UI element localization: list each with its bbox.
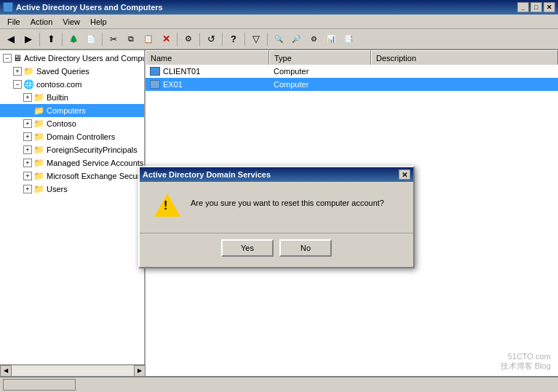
list-header: Name Type Description <box>146 50 558 65</box>
back-button[interactable]: ◀ <box>3 31 19 47</box>
fsp-icon: 📁 <box>33 145 44 155</box>
toolbar-sep-7 <box>244 33 245 46</box>
up-button[interactable]: ⬆ <box>43 31 59 47</box>
filter-button[interactable]: ▽ <box>248 31 264 47</box>
expand-contoso-ou[interactable]: + <box>23 119 32 128</box>
dialog-body: Are you sure you want to reset this comp… <box>140 182 413 233</box>
expand-users[interactable]: + <box>23 185 32 193</box>
forward-button[interactable]: ▶ <box>20 31 36 47</box>
cell-type-client01: Computer <box>269 67 371 76</box>
dialog-title: Active Directory Domain Services <box>143 170 271 179</box>
close-button[interactable]: ✕ <box>543 2 555 12</box>
dialog: Active Directory Domain Services ✕ Are y… <box>138 166 415 268</box>
tree-item-saved-queries[interactable]: + 📁 Saved Queries <box>0 65 144 78</box>
tree-item-contoso-ou[interactable]: + 📁 Contoso <box>0 117 144 130</box>
computers-icon: 📁 <box>33 105 44 116</box>
status-panel <box>3 379 76 391</box>
no-expand-computers <box>23 106 32 115</box>
tree-label-users: Users <box>47 185 68 193</box>
dialog-no-button[interactable]: No <box>279 239 332 257</box>
menu-file[interactable]: File <box>3 16 25 28</box>
expand-exchange[interactable]: + <box>23 172 32 180</box>
scroll-left-btn[interactable]: ◀ <box>0 365 12 377</box>
builtin-icon: 📁 <box>33 92 44 103</box>
expand-builtin[interactable]: + <box>23 93 32 102</box>
extra2-button[interactable]: 📑 <box>340 31 356 47</box>
tree-item-computers[interactable]: 📁 Computers <box>0 104 144 117</box>
app-icon <box>3 2 13 12</box>
menu-view[interactable]: View <box>58 16 84 28</box>
toolbar-sep-3 <box>102 33 103 46</box>
menu-bar: File Action View Help <box>0 15 558 29</box>
tree-label-fsp: ForeignSecurityPrincipals <box>47 145 137 154</box>
tree-label-computers: Computers <box>47 106 86 115</box>
refresh-button[interactable]: ↺ <box>203 31 219 47</box>
tree-scrollbar[interactable]: ◀ ▶ <box>0 364 146 376</box>
tree-item-builtin[interactable]: + 📁 Builtin <box>0 91 144 104</box>
tree-label-saved-queries: Saved Queries <box>36 67 89 76</box>
users-icon: 📁 <box>33 184 44 194</box>
col-description[interactable]: Description <box>371 50 558 65</box>
cell-type-ex01: Computer <box>269 80 371 89</box>
col-type[interactable]: Type <box>269 50 371 65</box>
tree-label-root: Active Directory Users and Comput <box>24 54 144 63</box>
exchange-icon: 📁 <box>33 171 44 181</box>
settings-button[interactable]: ⚙ <box>306 31 322 47</box>
new-button[interactable]: 📄 <box>83 31 99 47</box>
dc-icon: 📁 <box>33 132 44 142</box>
tree-item-root[interactable]: − 🖥 Active Directory Users and Comput <box>0 52 144 65</box>
tree-pane: − 🖥 Active Directory Users and Comput + … <box>0 50 146 376</box>
toolbar-sep-5 <box>199 33 200 46</box>
dialog-message: Are you sure you want to reset this comp… <box>191 193 384 209</box>
copy-button[interactable]: ⧉ <box>123 31 139 47</box>
title-bar: Active Directory Users and Computers _ □… <box>0 0 558 15</box>
dialog-close-button[interactable]: ✕ <box>399 169 410 180</box>
expand-msa[interactable]: + <box>23 159 32 167</box>
scroll-track <box>12 366 134 376</box>
properties-button[interactable]: ⚙ <box>180 31 196 47</box>
toolbar-sep-1 <box>39 33 40 46</box>
cut-button[interactable]: ✂ <box>105 31 121 47</box>
msa-icon: 📁 <box>33 158 44 168</box>
computer-icon-client01 <box>150 67 160 76</box>
col-name[interactable]: Name <box>146 50 269 65</box>
find2-button[interactable]: 🔎 <box>288 31 304 47</box>
list-row[interactable]: EX01 Computer <box>146 78 558 91</box>
tree-item-foreign-security[interactable]: + 📁 ForeignSecurityPrincipals <box>0 143 144 156</box>
delete-button[interactable]: ✕ <box>158 31 174 47</box>
expand-contoso[interactable]: − <box>13 80 22 89</box>
scroll-right-btn[interactable]: ▶ <box>134 365 146 377</box>
expand-fsp[interactable]: + <box>23 145 32 154</box>
tree-item-users[interactable]: + 📁 Users <box>0 183 144 196</box>
help-button[interactable]: ? <box>226 31 242 47</box>
tree-item-ms-exchange[interactable]: + 📁 Microsoft Exchange Securit <box>0 169 144 183</box>
menu-help[interactable]: Help <box>86 16 111 28</box>
extra1-button[interactable]: 📊 <box>323 31 339 47</box>
find-button[interactable]: 🔍 <box>271 31 287 47</box>
tree-label-contoso-ou: Contoso <box>47 119 76 128</box>
cell-name-label: CLIENT01 <box>163 67 200 76</box>
menu-action[interactable]: Action <box>26 16 57 28</box>
dialog-footer: Yes No <box>140 233 413 267</box>
list-row[interactable]: CLIENT01 Computer <box>146 65 558 78</box>
maximize-button[interactable]: □ <box>530 2 542 12</box>
computer-icon-ex01 <box>150 80 160 89</box>
expand-dc[interactable]: + <box>23 132 32 141</box>
window-controls: _ □ ✕ <box>517 2 555 12</box>
dialog-title-bar: Active Directory Domain Services ✕ <box>140 167 413 182</box>
cell-ex01-label: EX01 <box>163 80 183 89</box>
saved-queries-icon: 📁 <box>23 66 34 76</box>
paste-button[interactable]: 📋 <box>140 31 156 47</box>
toolbar-sep-2 <box>62 33 63 46</box>
tree-item-contoso[interactable]: − 🌐 contoso.com <box>0 78 144 91</box>
expand-saved-queries[interactable]: + <box>13 67 22 76</box>
status-bar <box>0 376 558 392</box>
tree-item-domain-controllers[interactable]: + 📁 Domain Controllers <box>0 130 144 143</box>
toolbar-sep-4 <box>177 33 178 46</box>
dialog-yes-button[interactable]: Yes <box>221 239 274 257</box>
warning-triangle <box>154 193 180 217</box>
show-tree-button[interactable]: 🌲 <box>65 31 81 47</box>
tree-item-managed-service[interactable]: + 📁 Managed Service Accounts <box>0 156 144 169</box>
expand-root[interactable]: − <box>3 54 12 63</box>
minimize-button[interactable]: _ <box>517 2 529 12</box>
